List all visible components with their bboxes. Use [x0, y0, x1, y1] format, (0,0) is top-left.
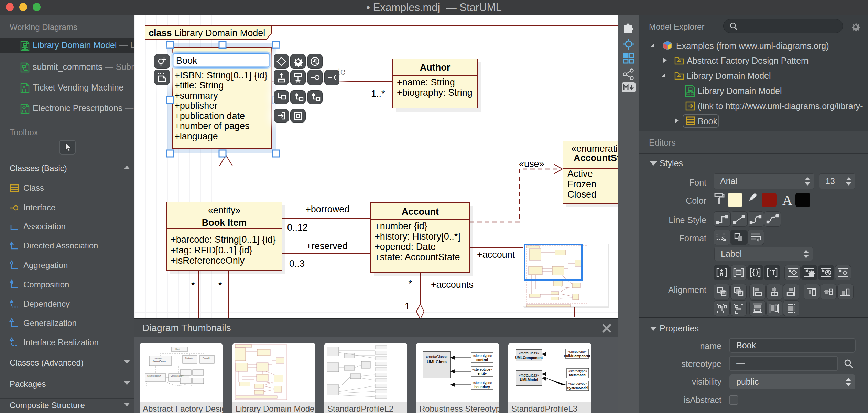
svg-text:SystemModel: SystemModel	[567, 386, 588, 390]
svg-text:+history: History[0..*]: +history: History[0..*]	[375, 231, 460, 242]
svg-text:+state: AccountState: +state: AccountState	[375, 252, 460, 262]
svg-text:Frozen: Frozen	[567, 179, 596, 189]
svg-text:class Library Domain Model: class Library Domain Model	[149, 28, 265, 38]
svg-text:Account: Account	[402, 206, 439, 217]
svg-text:Closed: Closed	[567, 189, 596, 200]
svg-text:1..*: 1..*	[371, 88, 385, 99]
svg-text:ConcreteFactoryY: ConcreteFactoryY	[171, 375, 185, 377]
svg-text:*: *	[191, 280, 195, 290]
svg-text:«use»: «use»	[519, 159, 544, 169]
svg-text:+title: String: +title: String	[174, 80, 224, 91]
svg-text:+number {id}: +number {id}	[375, 221, 427, 231]
svg-text:«stereotype»: «stereotype»	[472, 381, 492, 385]
svg-text:«stereotype»: «stereotype»	[568, 350, 587, 353]
svg-text:«metaClass»: «metaClass»	[519, 351, 539, 355]
svg-text:«enumeratio: «enumeratio	[571, 144, 618, 154]
svg-text:Metamodel: Metamodel	[569, 373, 586, 377]
svg-text:«metaClass»: «metaClass»	[519, 373, 539, 377]
svg-text:+ISBN: String[0..1] {id}: +ISBN: String[0..1] {id}	[174, 70, 268, 81]
svg-text:ProductA: ProductA	[185, 357, 193, 359]
svg-text:UMLClass: UMLClass	[427, 360, 447, 364]
svg-text:+biography: String: +biography: String	[397, 87, 473, 98]
svg-text:«stereotype»: «stereotype»	[472, 368, 492, 371]
svg-text:0..3: 0..3	[289, 258, 305, 269]
svg-text:Author: Author	[420, 62, 451, 73]
svg-text:+publication date: +publication date	[174, 111, 245, 121]
svg-text:«interface»: «interface»	[154, 358, 163, 360]
svg-text:*: *	[408, 278, 412, 289]
svg-text:+name: String: +name: String	[397, 77, 455, 87]
svg-text:control: control	[476, 358, 488, 362]
svg-text:ConcreteFactoryX: ConcreteFactoryX	[147, 375, 161, 377]
svg-text:Book: Book	[176, 55, 197, 66]
svg-text:+borrowed: +borrowed	[305, 204, 349, 214]
svg-text:entity: entity	[478, 372, 487, 375]
svg-text:+opened: Date: +opened: Date	[375, 242, 436, 252]
svg-text:+account: +account	[477, 250, 515, 260]
svg-text:Book Item: Book Item	[202, 218, 247, 228]
svg-text:«entity»: «entity»	[208, 205, 241, 215]
svg-text:+language: +language	[174, 131, 218, 141]
svg-text:+tag: RFID[0..1] {id}: +tag: RFID[0..1] {id}	[171, 245, 252, 255]
svg-text:+publisher: +publisher	[174, 100, 217, 111]
svg-text:Client: Client	[175, 348, 180, 350]
svg-text:«stereotype»: «stereotype»	[568, 369, 587, 373]
svg-text:+barcode: String[0..1] {id}: +barcode: String[0..1] {id}	[171, 234, 275, 245]
svg-text:boundary: boundary	[474, 385, 490, 389]
svg-text:«stereotype»: «stereotype»	[472, 354, 492, 358]
svg-text:«stereotype»: «stereotype»	[568, 382, 587, 385]
svg-text:AbstractFactory: AbstractFactory	[153, 360, 166, 362]
svg-text:«metaClass»: «metaClass»	[426, 354, 448, 359]
svg-text:+summary: +summary	[174, 91, 218, 101]
svg-text:AccountSta: AccountSta	[574, 153, 618, 163]
svg-text:1: 1	[405, 301, 410, 311]
svg-text:+isReferenceOnly: +isReferenceOnly	[171, 255, 245, 266]
svg-text:UMLComponent: UMLComponent	[515, 356, 543, 360]
svg-text:Active: Active	[567, 169, 593, 179]
svg-text:ProductB: ProductB	[203, 357, 210, 359]
svg-text:+number of pages: +number of pages	[174, 121, 249, 131]
svg-text:BuildComponent: BuildComponent	[564, 354, 590, 358]
svg-text:+reserved: +reserved	[306, 241, 348, 251]
svg-text:+accounts: +accounts	[431, 279, 474, 290]
svg-text:*: *	[218, 280, 222, 290]
svg-text:0..12: 0..12	[287, 222, 308, 233]
svg-text:UMLModel: UMLModel	[520, 378, 538, 382]
